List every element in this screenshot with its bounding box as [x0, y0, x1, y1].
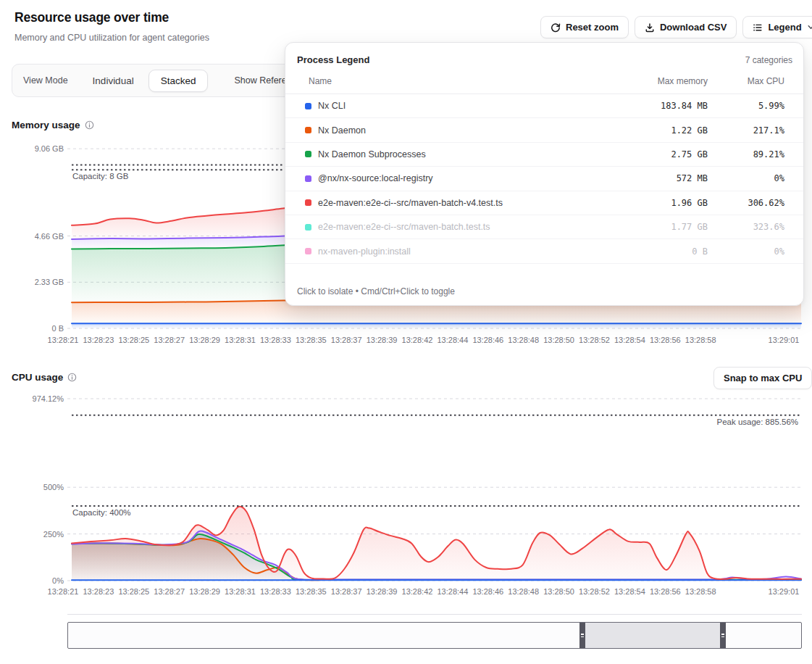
line-local-registry [72, 531, 801, 579]
series-name: Nx Daemon Subprocesses [318, 149, 592, 159]
series-color-swatch [305, 248, 311, 254]
series-max-memory: 1.77 GB [592, 222, 708, 232]
x-axis-label: 13:29:01 [769, 587, 800, 596]
info-icon[interactable] [85, 120, 94, 130]
x-axis-label: 13:28:52 [579, 336, 610, 344]
series-name: @nx/nx-source:local-registry [318, 173, 592, 183]
x-axis-label: 13:28:33 [260, 336, 291, 344]
y-axis-label: 2.33 GB [35, 278, 64, 286]
x-axis-label: 13:28:54 [614, 336, 645, 344]
series-max-cpu: 217.1% [708, 125, 784, 136]
view-mode-label: View Mode [23, 75, 68, 86]
x-axis-label: 13:28:27 [154, 587, 185, 596]
x-axis-label: 13:28:50 [543, 587, 574, 596]
legend-row[interactable]: @nx/nx-source:local-registry572 MB0% [285, 167, 803, 191]
column-max-memory: Max memory [592, 76, 708, 86]
area-nx-daemon-subprocesses [72, 534, 801, 581]
x-axis-label: 13:28:37 [331, 587, 362, 596]
legend-button[interactable]: Legend [742, 16, 812, 38]
legend-column-headers: Name Max memory Max CPU [285, 75, 803, 94]
list-icon [753, 22, 763, 33]
x-axis-label: 13:28:44 [437, 336, 468, 344]
info-icon[interactable] [67, 373, 77, 382]
brush-selection[interactable] [585, 623, 720, 648]
series-max-cpu: 89.21% [708, 149, 784, 159]
legend-row[interactable]: Nx Daemon Subprocesses2.75 GB89.21% [285, 143, 803, 167]
series-name: e2e-maven:e2e-ci--src/maven-batch-v4.tes… [318, 198, 592, 208]
brush-handle-left[interactable] [579, 623, 585, 648]
x-axis-label: 13:28:21 [48, 336, 79, 344]
y-axis-label: 0 B [51, 324, 64, 333]
series-max-cpu: 0% [708, 246, 784, 257]
legend-row[interactable]: Nx CLI183.84 MB5.99% [285, 94, 803, 118]
series-color-swatch [305, 103, 311, 109]
x-axis-label: 13:28:58 [685, 336, 716, 344]
y-axis-label: 250% [43, 530, 64, 539]
x-axis-label: 13:28:54 [614, 587, 645, 596]
x-axis-label: 13:28:25 [118, 336, 149, 344]
reset-zoom-label: Reset zoom [566, 22, 619, 33]
view-mode-stacked[interactable]: Stacked [148, 70, 209, 92]
line-nx-daemon [72, 539, 801, 580]
line-maven-batch-v4 [72, 507, 801, 579]
x-axis-label: 13:28:35 [296, 336, 327, 344]
y-axis-label: 974.12% [33, 394, 64, 403]
series-max-memory: 1.22 GB [592, 125, 708, 136]
series-color-swatch [305, 127, 311, 133]
x-axis-label: 13:28:50 [543, 336, 574, 344]
x-axis-label: 13:28:46 [472, 336, 503, 344]
memory-section-title: Memory usage [12, 120, 94, 130]
legend-row[interactable]: e2e-maven:e2e-ci--src/maven-batch-v4.tes… [285, 191, 803, 215]
x-axis-label: 13:28:42 [402, 587, 433, 596]
brush-top-line [67, 614, 802, 615]
area-maven-batch-v4 [72, 507, 801, 581]
x-axis-label: 13:28:25 [118, 587, 149, 596]
x-axis-label: 13:28:56 [650, 587, 681, 596]
memory-usage-label: Memory usage [12, 120, 80, 130]
x-axis-label: 13:28:37 [331, 336, 362, 344]
process-legend-panel: Process Legend 7 categories Name Max mem… [285, 42, 804, 306]
chevron-down-icon [807, 23, 812, 31]
y-axis-label: 9.06 GB [35, 144, 64, 153]
timeline-brush[interactable] [67, 622, 802, 649]
series-name: Nx CLI [318, 101, 592, 111]
legend-category-count: 7 categories [745, 55, 792, 65]
view-mode-individual[interactable]: Individual [84, 70, 143, 91]
x-axis-label: 13:29:01 [769, 336, 800, 344]
column-max-cpu: Max CPU [708, 76, 784, 86]
x-axis-label: 13:28:48 [508, 336, 539, 344]
series-max-memory: 2.75 GB [592, 149, 708, 159]
y-axis-label: 4.66 GB [35, 232, 64, 241]
snap-to-max-cpu-label: Snap to max CPU [724, 373, 802, 383]
series-max-memory: 572 MB [592, 173, 708, 183]
legend-row[interactable]: Nx Daemon1.22 GB217.1% [285, 118, 803, 142]
series-max-memory: 0 B [592, 246, 708, 257]
legend-panel-title: Process Legend [297, 54, 369, 65]
legend-row[interactable]: nx-maven-plugin:install0 B0% [285, 239, 803, 263]
page-title: Resource usage over time [14, 10, 169, 25]
x-axis-label: 13:28:42 [402, 336, 433, 344]
x-axis-label: 13:28:52 [579, 587, 610, 596]
snap-to-max-cpu-button[interactable]: Snap to max CPU [713, 367, 812, 389]
x-axis-label: 13:28:56 [650, 336, 681, 344]
legend-rows: Nx CLI183.84 MB5.99%Nx Daemon1.22 GB217.… [285, 94, 803, 276]
series-name: Nx Daemon [318, 125, 592, 136]
download-icon [645, 22, 655, 33]
x-axis-label: 13:28:21 [48, 587, 79, 596]
area-nx-daemon [72, 539, 801, 581]
area-nx-cli [72, 323, 801, 328]
x-axis-label: 13:28:29 [189, 336, 220, 344]
series-max-memory: 183.84 MB [592, 101, 708, 111]
download-csv-button[interactable]: Download CSV [635, 16, 737, 38]
series-max-memory: 1.96 GB [592, 198, 708, 208]
legend-row[interactable]: e2e-maven:e2e-ci--src/maven-batch.test.t… [285, 215, 803, 239]
x-axis-label: 13:28:33 [260, 587, 291, 596]
download-csv-label: Download CSV [660, 22, 727, 33]
brush-handle-right[interactable] [720, 623, 726, 648]
area-nx-cli [72, 580, 801, 581]
y-axis-label: 0% [52, 576, 64, 585]
reset-zoom-button[interactable]: Reset zoom [540, 16, 629, 38]
x-axis-label: 13:28:48 [508, 587, 539, 596]
legend-panel-header: Process Legend 7 categories [285, 43, 803, 75]
x-axis-label: 13:28:31 [225, 336, 256, 344]
